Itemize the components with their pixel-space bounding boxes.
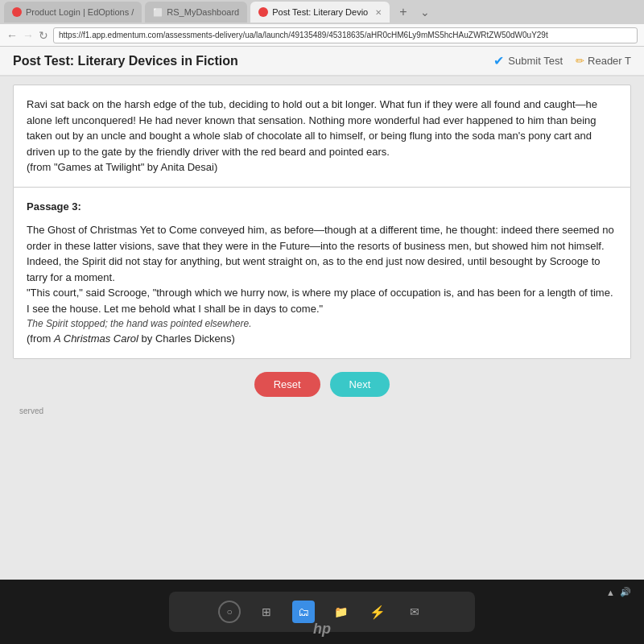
next-button[interactable]: Next [330, 372, 390, 397]
header-actions: ✔ Submit Test ✏ Reader T [493, 53, 631, 68]
tab-product-login[interactable]: Product Login | EdOptions / [4, 2, 142, 23]
windows-start-button[interactable]: ○ [218, 601, 241, 623]
passage3-book-title: A Christmas Carol [54, 332, 138, 345]
tab-dashboard[interactable]: ⬜ RS_MyDashboard [145, 2, 247, 23]
tab-favicon-3 [258, 7, 268, 17]
file-explorer-button[interactable]: 🗂 [292, 601, 315, 623]
tray-wifi-icon: ▲ [606, 588, 615, 597]
task-view-button[interactable]: ⊞ [255, 601, 278, 623]
tab-post-test[interactable]: Post Test: Literary Devio ✕ [250, 2, 390, 23]
reader-label: Reader T [588, 55, 631, 67]
doc-icon: 📁 [334, 605, 348, 618]
folder-icon: 🗂 [298, 605, 309, 618]
mail-button[interactable]: ✉ [403, 601, 426, 623]
lightning-icon: ⚡ [369, 605, 386, 620]
refresh-button[interactable]: ↻ [39, 29, 48, 42]
check-icon: ✔ [493, 53, 504, 68]
screen: Product Login | EdOptions / ⬜ RS_MyDashb… [0, 0, 644, 580]
tab-label-3: Post Test: Literary Devio [272, 7, 368, 17]
tab-favicon-1 [12, 7, 22, 17]
passage3-para2: "This court," said Scrooge, "through whi… [27, 285, 617, 316]
address-input[interactable] [53, 27, 638, 43]
passage1-box: Ravi sat back on the harsh edge of the t… [13, 85, 631, 188]
tab-favicon-2: ⬜ [153, 8, 163, 17]
hp-logo: hp [313, 621, 331, 638]
page-header: Post Test: Literary Devices in Fiction ✔… [0, 47, 644, 76]
passage3-italic: The Spirit stopped; the hand was pointed… [27, 316, 617, 331]
page-title: Post Test: Literary Devices in Fiction [13, 54, 238, 68]
documents-button[interactable]: 📁 [329, 601, 352, 623]
tab-close-icon[interactable]: ✕ [375, 8, 382, 17]
tab-label-2: RS_MyDashboard [167, 7, 239, 17]
submit-label: Submit Test [508, 55, 563, 67]
back-button[interactable]: ← [6, 29, 18, 42]
circle-icon: ○ [226, 606, 232, 617]
forward-button[interactable]: → [23, 29, 34, 42]
reader-icon: ✏ [576, 55, 584, 67]
tab-chevron-icon[interactable]: ⌄ [417, 6, 433, 19]
power-button[interactable]: ⚡ [366, 601, 389, 623]
tab-label-1: Product Login | EdOptions / [26, 7, 134, 17]
passage3-header: Passage 3: [27, 199, 617, 215]
tray-volume-icon: 🔊 [620, 587, 631, 597]
passage3-attribution: (from A Christmas Carol by Charles Dicke… [27, 331, 617, 347]
passage1-attribution: (from "Games at Twilight" by Anita Desai… [27, 159, 617, 175]
passage1-text: Ravi sat back on the harsh edge of the t… [27, 97, 617, 159]
reader-tools-button[interactable]: ✏ Reader T [576, 55, 631, 67]
new-tab-button[interactable]: + [393, 5, 413, 19]
passage3-para1: The Ghost of Christmas Yet to Come conve… [27, 222, 617, 285]
monitor-frame: Product Login | EdOptions / ⬜ RS_MyDashb… [0, 0, 644, 644]
submit-test-button[interactable]: ✔ Submit Test [493, 53, 563, 68]
passage3-box: Passage 3: The Ghost of Christmas Yet to… [13, 188, 631, 359]
tab-bar: Product Login | EdOptions / ⬜ RS_MyDashb… [0, 0, 644, 24]
browser-chrome: Product Login | EdOptions / ⬜ RS_MyDashb… [0, 0, 644, 47]
reset-button[interactable]: Reset [254, 372, 320, 397]
system-tray: ▲ 🔊 [606, 587, 631, 597]
squares-icon: ⊞ [262, 605, 271, 618]
content-area: Ravi sat back on the harsh edge of the t… [0, 76, 644, 580]
mail-icon: ✉ [410, 605, 419, 618]
reserved-text: served [13, 405, 631, 417]
address-bar: ← → ↻ [0, 24, 644, 47]
button-row: Reset Next [13, 372, 631, 405]
